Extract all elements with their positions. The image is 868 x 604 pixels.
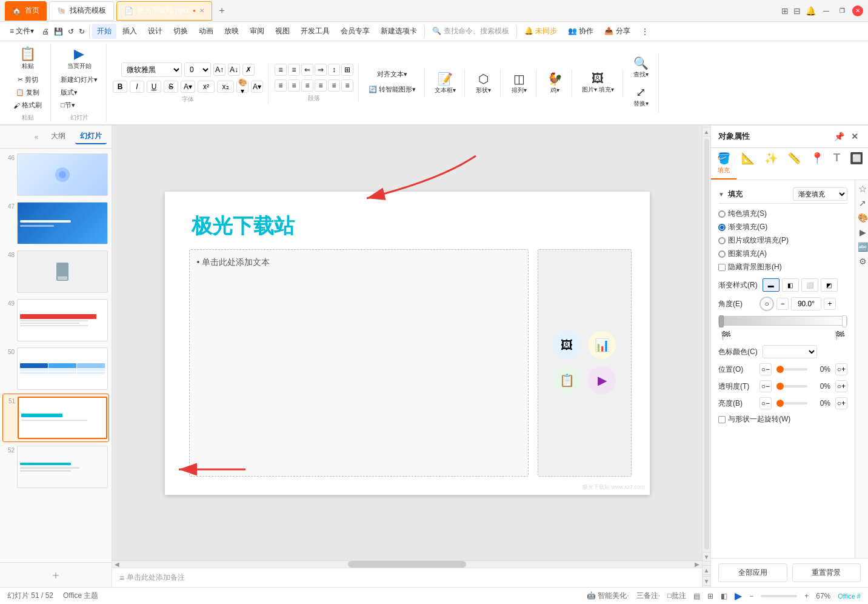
picture-btn[interactable]: 🖼 图片▾ 填充▾ xyxy=(578,69,618,96)
panel-tab-text[interactable]: T xyxy=(829,148,845,180)
indent-less-btn[interactable]: ⇐ xyxy=(301,64,313,76)
play-btn[interactable]: ▶ xyxy=(735,590,742,602)
paste-btn[interactable]: 📋 粘贴 xyxy=(15,44,41,73)
scroll-h-bar[interactable]: ◀ ▶ xyxy=(112,560,702,568)
print-icon[interactable]: 🖨 xyxy=(40,25,51,38)
font-size-up-btn[interactable]: A↑ xyxy=(213,64,225,76)
indent-more-btn[interactable]: ⇒ xyxy=(315,64,327,76)
view-grid-btn[interactable]: ⊞ xyxy=(707,592,713,600)
angle-minus-btn[interactable]: − xyxy=(776,298,789,310)
tab-file[interactable]: 📄 极光下载站.pptx ● ✕ xyxy=(116,1,212,21)
strikethrough-btn[interactable]: S xyxy=(164,81,178,93)
cut-btn[interactable]: ✂剪切 xyxy=(14,74,42,86)
menu-sync[interactable]: 🔔 未同步 xyxy=(519,24,562,39)
win-restore-btn[interactable]: ❐ xyxy=(836,5,847,16)
menu-member[interactable]: 会员专享 xyxy=(336,24,375,39)
slide-item-52[interactable]: 52 xyxy=(2,443,109,491)
panel-tab-arrange[interactable]: 🔲 xyxy=(845,148,868,180)
fill-type-select[interactable]: 渐变填充 xyxy=(793,187,847,201)
menu-view[interactable]: 视图 xyxy=(270,24,295,39)
zoom-slider[interactable] xyxy=(761,595,797,597)
menu-transition[interactable]: 切换 xyxy=(169,24,193,39)
pos-plus-btn[interactable]: ○+ xyxy=(835,363,847,375)
zoom-in-btn[interactable]: + xyxy=(804,592,809,600)
play-from-current-btn[interactable]: ▶ 当页开始 xyxy=(64,44,95,73)
panel-tab-effect[interactable]: ✨ xyxy=(760,148,783,180)
menu-newtab[interactable]: 新建选项卡 xyxy=(376,24,422,39)
misc-btn[interactable]: 🐓 鸡▾ xyxy=(542,69,567,97)
grad-style-3-btn[interactable]: ⬜ xyxy=(801,278,818,292)
angle-dial[interactable]: ○ xyxy=(760,297,774,311)
tab-home[interactable]: 🏠 首页 xyxy=(5,1,47,21)
add-slide-btn[interactable]: ＋ xyxy=(0,562,112,587)
pos-minus-btn[interactable]: ○− xyxy=(760,363,772,375)
side-tool-1[interactable]: ☆ xyxy=(856,183,868,195)
trans-minus-btn[interactable]: ○− xyxy=(760,380,772,392)
angle-input[interactable] xyxy=(791,297,821,310)
fill-pattern-radio[interactable]: 图案填充(A) xyxy=(718,249,847,259)
bullets-btn[interactable]: ≡ xyxy=(275,64,287,76)
align-distribute-btn[interactable]: ≡ xyxy=(328,79,340,92)
panel-close-btn[interactable]: ✕ xyxy=(849,130,861,143)
reset-bg-btn[interactable]: 重置背景 xyxy=(792,563,861,582)
scroll-left-btn[interactable]: ◀ xyxy=(112,561,122,568)
trans-plus-btn[interactable]: ○+ xyxy=(835,380,847,392)
menu-search[interactable]: 🔍 查找命令、搜索模板 xyxy=(427,24,513,39)
layout-btn[interactable]: 版式▾ xyxy=(57,87,101,98)
gradient-handle-right[interactable] xyxy=(842,315,847,327)
subscript-btn[interactable]: x₂ xyxy=(217,81,234,93)
slide-title-textbox[interactable]: 极光下载站 xyxy=(189,210,297,243)
align-left-btn[interactable]: ≡ xyxy=(275,79,287,92)
numbering-btn[interactable]: ≡ xyxy=(288,64,300,76)
view-normal-btn[interactable]: ▤ xyxy=(693,592,700,600)
panel-tab-pos[interactable]: 📍 xyxy=(806,148,829,180)
slide-canvas[interactable]: 极光下载站 • 单击此处添加文本 🖼 📊 xyxy=(165,192,650,495)
slide-item-48[interactable]: 48 xyxy=(2,248,109,295)
stop-right-icon[interactable]: 🏁 xyxy=(835,331,845,340)
format-brush-btn[interactable]: 🖌格式刷 xyxy=(10,99,45,111)
col-btn[interactable]: ⊞ xyxy=(341,64,353,76)
side-tool-4[interactable]: ▶ xyxy=(856,226,868,238)
menu-insert[interactable]: 插入 xyxy=(118,24,142,39)
indent-btn[interactable]: ≡ xyxy=(341,79,353,92)
add-tab-btn[interactable]: ＋ xyxy=(215,4,229,18)
clear-format-btn[interactable]: ✗ xyxy=(242,64,255,76)
menu-share[interactable]: 📤 分享 xyxy=(599,24,635,39)
zoom-out-btn[interactable]: − xyxy=(749,592,753,600)
side-tool-2[interactable]: ↗ xyxy=(856,197,868,209)
grad-style-2-btn[interactable]: ◧ xyxy=(782,278,799,292)
transparency-slider[interactable] xyxy=(776,385,807,388)
insert-image-btn[interactable]: 🖼 xyxy=(553,331,581,359)
sidebar-collapse-btn[interactable]: « xyxy=(32,129,41,144)
fill-gradient-radio[interactable]: 渐变填充(G) xyxy=(718,222,847,232)
font-name-select[interactable]: 微软雅黑 xyxy=(121,62,182,77)
align-center-btn[interactable]: ≡ xyxy=(288,79,300,92)
slide-item-47[interactable]: 47 ★ xyxy=(2,200,109,247)
insert-chart-btn[interactable]: 📊 xyxy=(588,331,616,359)
font-size-down-btn[interactable]: A↓ xyxy=(228,64,240,76)
shapes-btn[interactable]: ⬡ 形状▾ xyxy=(471,69,495,97)
rotate-shape-checkbox[interactable]: 与形状一起旋转(W) xyxy=(718,414,790,424)
sidebar-tab-slides[interactable]: 幻灯片 xyxy=(75,129,107,144)
slide-content-textbox[interactable]: • 单击此处添加文本 xyxy=(189,249,529,477)
gradient-handle-left[interactable] xyxy=(719,315,724,327)
replace-btn[interactable]: ⤢ 替换▾ xyxy=(629,82,653,110)
shadow-btn[interactable]: A▾ xyxy=(181,81,195,93)
side-tool-6[interactable]: ⚙ xyxy=(856,255,868,267)
canvas-scroll[interactable]: 极光下载站 • 单击此处添加文本 🖼 📊 xyxy=(112,126,702,560)
align-right-btn[interactable]: ≡ xyxy=(301,79,313,92)
new-slide-btn[interactable]: 新建幻灯片▾ xyxy=(57,74,101,86)
insert-table-btn[interactable]: 📋 xyxy=(553,366,581,394)
find-btn[interactable]: 🔍 查找▾ xyxy=(629,53,653,81)
underline-btn[interactable]: U xyxy=(147,81,161,93)
panel-tab-fill[interactable]: 🪣 填充 xyxy=(711,148,736,180)
italic-btn[interactable]: I xyxy=(130,81,144,93)
superscript-btn[interactable]: x² xyxy=(198,81,215,93)
fill-picture-radio[interactable]: 图片或纹理填充(P) xyxy=(718,235,847,246)
panel-tab-size[interactable]: 📏 xyxy=(783,148,806,180)
menu-animation[interactable]: 动画 xyxy=(194,24,218,39)
bold-btn[interactable]: B xyxy=(113,81,127,93)
textbox-btn[interactable]: 📝 文本框▾ xyxy=(431,69,459,97)
tab-template[interactable]: 🐚 找稿壳模板 xyxy=(49,1,114,21)
panel-pin-btn[interactable]: 📌 xyxy=(833,130,845,143)
